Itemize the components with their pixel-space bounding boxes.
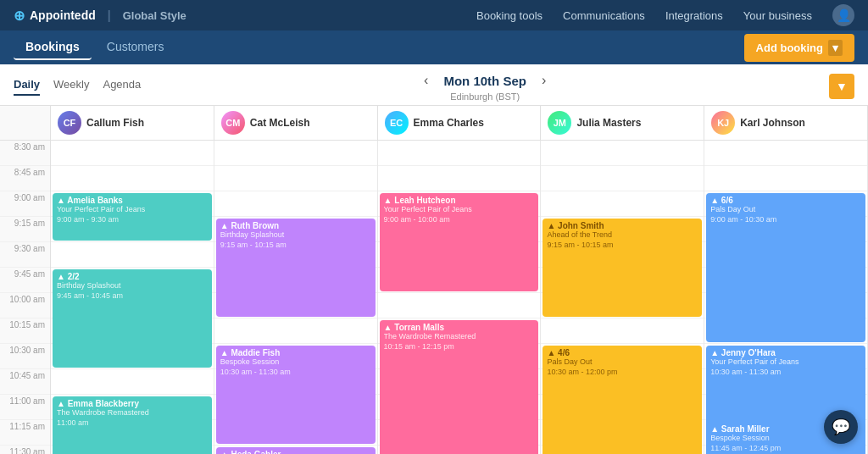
appointment[interactable]: ▲ 2/2Birthday Splashout9:45 am - 10:45 a…	[53, 269, 212, 368]
nav-divider: |	[108, 8, 111, 22]
staff-name-julia: Julia Masters	[576, 117, 641, 129]
calendar-scroll-area[interactable]: 8:30 am8:45 am9:00 am9:15 am9:30 am9:45 …	[0, 141, 868, 454]
avatar-julia: JM	[548, 111, 571, 135]
chat-icon: 💬	[832, 418, 850, 436]
nav-integrations[interactable]: Integrations	[665, 9, 723, 22]
grid-row	[214, 141, 377, 166]
appointment[interactable]: ▲ 6/6Pals Day Out9:00 am - 10:30 am	[706, 193, 865, 342]
appointment-name: ▲ Amelia Banks	[57, 196, 208, 205]
user-avatar[interactable]: 👤	[832, 4, 854, 26]
appointment-name: ▲ Heda Gabler	[220, 450, 371, 454]
appointment-time: 11:00 am	[57, 418, 208, 427]
time-slot: 9:15 am	[0, 217, 50, 242]
appointment-name: ▲ Leah Hutcheon	[384, 196, 535, 205]
avatar-callum: CF	[58, 111, 81, 135]
grid-col-callum[interactable]: ▲ Amelia BanksYour Perfect Pair of Jeans…	[51, 141, 214, 454]
timezone-label: Edinburgh (BST)	[450, 91, 520, 102]
brand-name: Appointedd	[30, 8, 96, 22]
staff-name-callum: Callum Fish	[86, 117, 144, 129]
staff-header-callum[interactable]: CF Callum Fish	[51, 106, 214, 140]
appointment[interactable]: ▲ Leah HutcheonYour Perfect Pair of Jean…	[380, 193, 539, 291]
calendar-view-tabs: Daily Weekly Agenda	[14, 78, 141, 96]
sub-nav: Bookings Customers Add booking ▾	[0, 30, 868, 64]
appointment[interactable]: ▲ Ruth BrownBirthday Splashout9:15 am - …	[216, 219, 376, 317]
time-slot: 11:15 am	[0, 420, 50, 446]
top-nav-links: Booking tools Communications Integration…	[476, 4, 854, 26]
grid-row	[541, 166, 704, 191]
prev-date-button[interactable]: ‹	[419, 71, 433, 90]
grid-row	[378, 166, 541, 191]
grid-row	[378, 141, 541, 166]
appointment-time: 10:30 am - 11:30 am	[710, 368, 861, 376]
appointment[interactable]: ▲ Emma BlackberryThe Wardrobe Remastered…	[53, 396, 212, 454]
grid-col-julia[interactable]: ▲ John SmithAhead of the Trend9:15 am - …	[541, 141, 704, 454]
appointment-service: The Wardrobe Remastered	[384, 332, 535, 340]
time-slot: 11:30 am	[0, 446, 50, 454]
grid-row	[51, 242, 214, 268]
appointment[interactable]: ▲ Maddie FishBespoke Session10:30 am - 1…	[216, 346, 376, 444]
next-date-button[interactable]: ›	[537, 71, 551, 90]
add-booking-label: Add booking	[756, 42, 823, 54]
appointment-service: The Wardrobe Remastered	[57, 408, 208, 417]
appointment-name: ▲ 6/6	[710, 196, 861, 205]
grid-row	[541, 191, 704, 217]
time-slot: 10:30 am	[0, 344, 50, 369]
appointment-time: 9:00 am - 10:30 am	[710, 215, 861, 224]
appointment[interactable]: ▲ Torran MallsThe Wardrobe Remastered10:…	[380, 320, 539, 454]
grid-row	[51, 141, 214, 166]
staff-name-cat: Cat McLeish	[250, 117, 310, 129]
staff-header-karl[interactable]: KJ Karl Johnson	[704, 106, 868, 140]
brand[interactable]: ⊕ Appointedd | Global Style	[14, 8, 186, 24]
nav-your-business[interactable]: Your business	[743, 9, 812, 22]
add-booking-button[interactable]: Add booking ▾	[744, 34, 854, 62]
tab-bookings[interactable]: Bookings	[14, 35, 92, 60]
time-col-header	[0, 106, 51, 140]
tab-customers[interactable]: Customers	[95, 35, 176, 60]
appointment-name: ▲ John Smith	[547, 221, 698, 230]
filter-icon: ▼	[836, 80, 848, 93]
grid-col-cat[interactable]: ▲ Ruth BrownBirthday Splashout9:15 am - …	[214, 141, 378, 454]
grid-col-emma[interactable]: ▲ Leah HutcheonYour Perfect Pair of Jean…	[378, 141, 542, 454]
time-slot: 9:30 am	[0, 242, 50, 268]
nav-communications[interactable]: Communications	[563, 9, 645, 22]
staff-header-cat[interactable]: CM Cat McLeish	[214, 106, 378, 140]
grid-row	[541, 141, 704, 166]
top-nav: ⊕ Appointedd | Global Style Booking tool…	[0, 0, 868, 30]
staff-header-emma[interactable]: EC Emma Charles	[378, 106, 542, 140]
appointment-name: ▲ Torran Malls	[384, 323, 535, 332]
appointment-service: Bespoke Session	[220, 357, 371, 366]
view-tab-daily[interactable]: Daily	[14, 78, 40, 96]
sub-nav-tabs: Bookings Customers	[14, 35, 175, 60]
grid-row	[541, 318, 704, 344]
add-booking-dropdown-arrow[interactable]: ▾	[828, 40, 843, 56]
avatar-cat: CM	[221, 111, 245, 135]
staff-name-emma: Emma Charles	[414, 117, 484, 129]
appointment-time: 10:30 am - 11:30 am	[220, 368, 371, 376]
appointment[interactable]: ▲ John SmithAhead of the Trend9:15 am - …	[542, 219, 702, 317]
view-tab-weekly[interactable]: Weekly	[53, 78, 89, 96]
appointment[interactable]: ▲ 4/6Pals Day Out10:30 am - 12:00 pm	[542, 346, 702, 454]
current-date: Mon 10th Sep	[443, 74, 526, 88]
appointment-time: 9:00 am - 10:00 am	[384, 215, 535, 224]
appointment[interactable]: ▲ Amelia BanksYour Perfect Pair of Jeans…	[53, 193, 212, 241]
time-slot: 9:45 am	[0, 268, 50, 293]
appointment-time: 10:30 am - 12:00 pm	[547, 368, 698, 376]
appointment-name: ▲ 2/2	[57, 272, 208, 281]
appointment-name: ▲ Maddie Fish	[220, 348, 371, 357]
nav-booking-tools[interactable]: Booking tools	[476, 9, 542, 22]
view-tab-agenda[interactable]: Agenda	[103, 78, 141, 96]
time-slot: 10:45 am	[0, 369, 50, 395]
appointment-service: Pals Day Out	[547, 357, 698, 366]
calendar-grid: CF Callum Fish CM Cat McLeish EC Emma Ch…	[0, 106, 868, 454]
appointment-service: Birthday Splashout	[57, 281, 208, 290]
appointment[interactable]: ▲ Heda GablerYour Perfect Pair of Jeans1…	[216, 447, 376, 454]
grid-col-karl[interactable]: ▲ 6/6Pals Day Out9:00 am - 10:30 am▲ Jen…	[704, 141, 868, 454]
staff-header-julia[interactable]: JM Julia Masters	[541, 106, 704, 140]
appointment-name: ▲ Emma Blackberry	[57, 399, 208, 408]
chat-bubble[interactable]: 💬	[824, 410, 858, 444]
appointment-time: 9:15 am - 10:15 am	[220, 241, 371, 249]
appointment-service: Birthday Splashout	[220, 230, 371, 239]
filter-button[interactable]: ▼	[829, 74, 854, 99]
grid-row	[378, 293, 541, 318]
staff-header-row: CF Callum Fish CM Cat McLeish EC Emma Ch…	[0, 106, 868, 141]
